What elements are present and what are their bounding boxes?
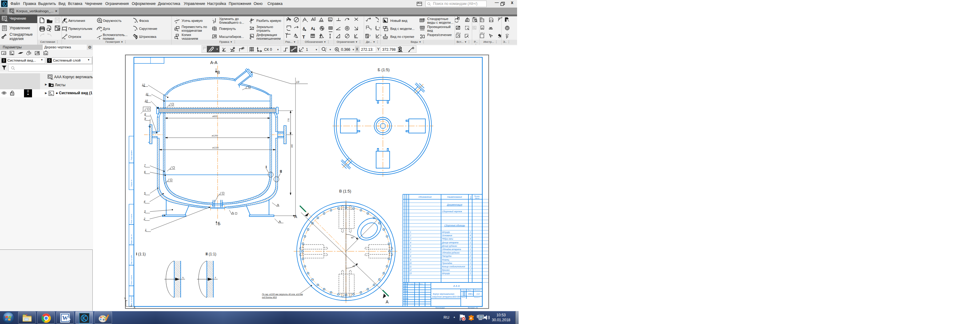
svg-text:?: ? xyxy=(370,28,372,31)
svg-text:Подп. и дата: Подп. и дата xyxy=(130,214,132,223)
svg-text:9: 9 xyxy=(410,259,411,261)
svg-text:Масса: Масса xyxy=(468,289,471,291)
svg-text:Лит.: Лит. xyxy=(462,289,465,291)
svg-text:А А А: А А А xyxy=(453,284,460,287)
svg-text:Утв.: Утв. xyxy=(403,300,406,302)
svg-text:Кольцо соединительное: Кольцо соединительное xyxy=(442,265,465,268)
svg-text:Рёбра лапы: Рёбра лапы xyxy=(442,238,453,240)
svg-text:12: 12 xyxy=(409,269,412,271)
svg-text:Взам. инв. №: Взам. инв. № xyxy=(130,234,132,244)
svg-text:8: 8 xyxy=(410,255,411,257)
svg-text:1: 1 xyxy=(470,231,471,233)
svg-text:11: 11 xyxy=(409,265,412,268)
svg-text:2: 2 xyxy=(469,259,471,261)
svg-text:4: 4 xyxy=(470,235,471,236)
svg-text:1: 1 xyxy=(470,269,471,271)
svg-text:A: A xyxy=(329,18,331,21)
svg-text:А-А: А-А xyxy=(210,60,218,65)
svg-text:Инв. № подл.: Инв. № подл. xyxy=(130,296,132,306)
svg-text:А: А xyxy=(386,299,389,304)
svg-text:6: 6 xyxy=(144,170,146,173)
svg-text:T: T xyxy=(302,34,305,40)
svg-text:Копировал: Копировал xyxy=(436,307,445,309)
svg-text:№ докум.: № докум. xyxy=(408,283,414,284)
svg-text:Обечайка рубашки: Обечайка рубашки xyxy=(442,252,460,254)
svg-text:Листов 1: Листов 1 xyxy=(474,297,480,298)
svg-text:Фланец: Фланец xyxy=(442,259,449,261)
svg-text:А: А xyxy=(294,214,298,219)
svg-text:10: 10 xyxy=(145,99,148,102)
svg-text:3: 3 xyxy=(144,210,146,213)
svg-text:Y: Y xyxy=(124,297,126,300)
svg-text:a: a xyxy=(470,316,472,320)
svg-text:1:4: 1:4 xyxy=(476,293,479,295)
svg-text:Лист: Лист xyxy=(461,297,465,298)
svg-text:Основание: Основание xyxy=(442,235,452,236)
svg-text:Кол.: Кол. xyxy=(470,196,471,199)
svg-text:13: 13 xyxy=(296,80,299,83)
svg-text:Подп.: Подп. xyxy=(415,283,418,284)
svg-text:45°: 45° xyxy=(351,236,354,239)
svg-text:s₁: s₁ xyxy=(182,276,185,278)
svg-text:1: 1 xyxy=(470,245,471,247)
svg-text:2: 2 xyxy=(410,235,411,236)
svg-text:Пров.: Пров. xyxy=(403,288,407,289)
svg-text:6: 6 xyxy=(410,248,411,251)
svg-text:Патрубок: Патрубок xyxy=(442,255,452,257)
svg-text:8: 8 xyxy=(144,113,146,116)
svg-text:Б: Б xyxy=(218,221,220,226)
svg-text:9: 9 xyxy=(144,117,146,120)
svg-text:45°: 45° xyxy=(352,265,356,267)
svg-text:чание: чание xyxy=(475,197,479,199)
svg-text:ø600: ø600 xyxy=(212,115,217,117)
svg-text:Крышка: Крышка xyxy=(442,269,450,271)
svg-text:Разраб.: Разраб. xyxy=(403,286,408,287)
svg-text:Корпус вертикального: Корпус вертикального xyxy=(433,293,454,295)
svg-text:Инв. № дубл.: Инв. № дубл. xyxy=(130,255,132,264)
svg-text:1: 1 xyxy=(470,265,471,268)
svg-text:12: 12 xyxy=(142,83,145,86)
svg-text:Подп. и дата: Подп. и дата xyxy=(130,275,132,285)
svg-text:ø1200: ø1200 xyxy=(212,135,218,137)
svg-text:3: 3 xyxy=(410,238,411,240)
svg-text:Сборочные единицы: Сборочные единицы xyxy=(444,224,465,227)
svg-text:10: 10 xyxy=(409,262,412,264)
svg-text:Прокладка: Прокладка xyxy=(442,262,452,265)
svg-text:под болты М16: под болты М16 xyxy=(262,296,277,298)
svg-text:Обечайка аппарата: Обечайка аппарата xyxy=(442,248,461,251)
svg-text:Штуцер: Штуцер xyxy=(442,272,450,275)
svg-text:В (1:5): В (1:5) xyxy=(339,189,351,193)
svg-text:13: 13 xyxy=(409,272,412,275)
svg-text:ø1216: ø1216 xyxy=(212,147,218,149)
svg-text:1: 1 xyxy=(470,262,471,264)
svg-text:Справ. №: Справ. № xyxy=(130,180,132,187)
svg-text:Документация: Документация xyxy=(447,204,462,206)
svg-text:1: 1 xyxy=(145,228,146,231)
svg-text:1: 1 xyxy=(470,252,471,254)
svg-text:1: 1 xyxy=(470,272,471,275)
svg-text:s: s xyxy=(215,276,216,278)
svg-text:кожухного аппарата ВЭЭ-500: кожухного аппарата ВЭЭ-500 xyxy=(432,296,460,298)
svg-text:X: X xyxy=(134,306,135,309)
svg-text:Штуцер: Штуцер xyxy=(442,231,450,233)
svg-text:650.4: 650.4 xyxy=(468,293,474,295)
svg-text:Т.контр.: Т.контр. xyxy=(403,290,409,292)
svg-text:360: 360 xyxy=(291,144,293,148)
svg-text:2: 2 xyxy=(469,255,471,257)
svg-text:?: ? xyxy=(369,34,371,37)
svg-text:?: ? xyxy=(379,27,380,30)
svg-text:Днище рубашки: Днище рубашки xyxy=(442,245,457,247)
svg-text:Формат А1: Формат А1 xyxy=(468,307,478,309)
svg-text:I: I xyxy=(266,165,267,169)
svg-text:776: 776 xyxy=(288,118,290,122)
svg-text:Обозначение: Обозначение xyxy=(418,196,432,198)
svg-text:1: 1 xyxy=(470,248,471,251)
svg-text:I (1:1): I (1:1) xyxy=(136,252,146,256)
svg-text:По окр. ø1100 мм сверлить 48 о: По окр. ø1100 мм сверлить 48 отв. ø18 мм xyxy=(262,293,303,296)
svg-text:A: A xyxy=(311,27,313,31)
svg-text:II: II xyxy=(280,169,282,174)
svg-text:В: В xyxy=(217,70,220,75)
svg-text:4: 4 xyxy=(144,200,145,203)
svg-text:II (1:1): II (1:1) xyxy=(205,252,216,256)
svg-text:11: 11 xyxy=(146,93,148,96)
